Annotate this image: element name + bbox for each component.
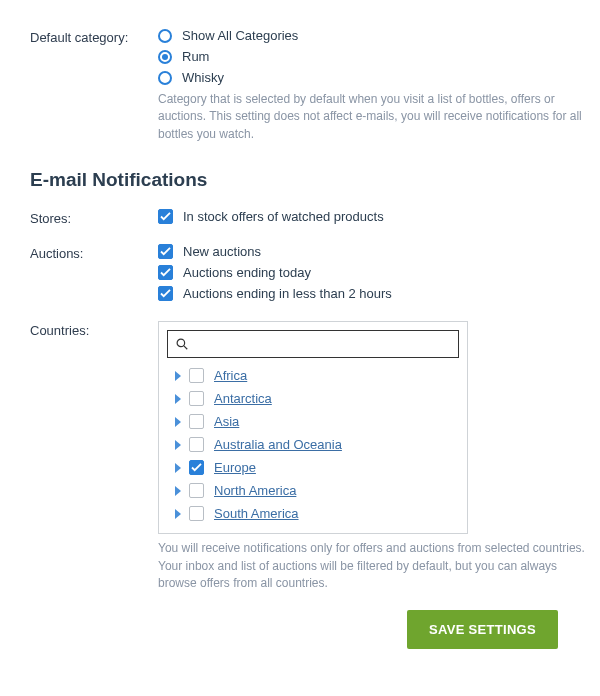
countries-search-input[interactable] bbox=[194, 337, 450, 352]
radio-icon bbox=[158, 29, 172, 43]
countries-search[interactable] bbox=[167, 330, 459, 358]
checkbox-icon[interactable] bbox=[189, 437, 204, 452]
radio-label: Whisky bbox=[182, 70, 224, 85]
svg-point-0 bbox=[177, 339, 185, 347]
checkbox-icon bbox=[158, 209, 173, 224]
radio-label: Show All Categories bbox=[182, 28, 298, 43]
checkbox-icon[interactable] bbox=[189, 414, 204, 429]
checkbox-icon[interactable] bbox=[189, 483, 204, 498]
tree-link[interactable]: Africa bbox=[214, 368, 247, 383]
radio-label: Rum bbox=[182, 49, 209, 64]
tree-item-south-america[interactable]: South America bbox=[159, 502, 467, 525]
checkbox-icon[interactable] bbox=[189, 368, 204, 383]
radio-icon bbox=[158, 71, 172, 85]
caret-icon[interactable] bbox=[175, 394, 181, 404]
check-label: New auctions bbox=[183, 244, 261, 259]
stores-label: Stores: bbox=[30, 209, 158, 230]
tree-item-north-america[interactable]: North America bbox=[159, 479, 467, 502]
caret-icon[interactable] bbox=[175, 486, 181, 496]
check-label: Auctions ending today bbox=[183, 265, 311, 280]
default-category-label: Default category: bbox=[30, 28, 158, 143]
search-icon bbox=[176, 338, 188, 350]
section-title: E-mail Notifications bbox=[30, 169, 586, 191]
caret-icon[interactable] bbox=[175, 371, 181, 381]
countries-tree: Africa Antarctica Asia Australia and Oce… bbox=[158, 321, 468, 534]
check-ending-today[interactable]: Auctions ending today bbox=[158, 265, 586, 280]
checkbox-icon[interactable] bbox=[189, 391, 204, 406]
check-in-stock[interactable]: In stock offers of watched products bbox=[158, 209, 586, 224]
countries-label: Countries: bbox=[30, 321, 158, 592]
caret-icon[interactable] bbox=[175, 440, 181, 450]
caret-icon[interactable] bbox=[175, 463, 181, 473]
tree-link[interactable]: Asia bbox=[214, 414, 239, 429]
tree-item-europe[interactable]: Europe bbox=[159, 456, 467, 479]
check-ending-2h[interactable]: Auctions ending in less than 2 hours bbox=[158, 286, 586, 301]
checkbox-icon[interactable] bbox=[189, 506, 204, 521]
caret-icon[interactable] bbox=[175, 509, 181, 519]
radio-icon bbox=[158, 50, 172, 64]
svg-line-1 bbox=[184, 346, 187, 349]
tree-item-antarctica[interactable]: Antarctica bbox=[159, 387, 467, 410]
tree-link[interactable]: South America bbox=[214, 506, 299, 521]
tree-item-asia[interactable]: Asia bbox=[159, 410, 467, 433]
checkbox-icon bbox=[158, 265, 173, 280]
default-category-help: Category that is selected by default whe… bbox=[158, 91, 586, 143]
radio-whisky[interactable]: Whisky bbox=[158, 70, 586, 85]
tree-item-australia[interactable]: Australia and Oceania bbox=[159, 433, 467, 456]
check-label: In stock offers of watched products bbox=[183, 209, 384, 224]
tree-link[interactable]: Europe bbox=[214, 460, 256, 475]
save-settings-button[interactable]: SAVE SETTINGS bbox=[407, 610, 558, 649]
countries-help: You will receive notifications only for … bbox=[158, 540, 586, 592]
checkbox-icon bbox=[158, 286, 173, 301]
checkbox-icon bbox=[158, 244, 173, 259]
tree-item-africa[interactable]: Africa bbox=[159, 364, 467, 387]
radio-show-all[interactable]: Show All Categories bbox=[158, 28, 586, 43]
tree-link[interactable]: Antarctica bbox=[214, 391, 272, 406]
caret-icon[interactable] bbox=[175, 417, 181, 427]
checkbox-icon[interactable] bbox=[189, 460, 204, 475]
check-new-auctions[interactable]: New auctions bbox=[158, 244, 586, 259]
tree-link[interactable]: North America bbox=[214, 483, 296, 498]
radio-rum[interactable]: Rum bbox=[158, 49, 586, 64]
auctions-label: Auctions: bbox=[30, 244, 158, 307]
check-label: Auctions ending in less than 2 hours bbox=[183, 286, 392, 301]
tree-link[interactable]: Australia and Oceania bbox=[214, 437, 342, 452]
